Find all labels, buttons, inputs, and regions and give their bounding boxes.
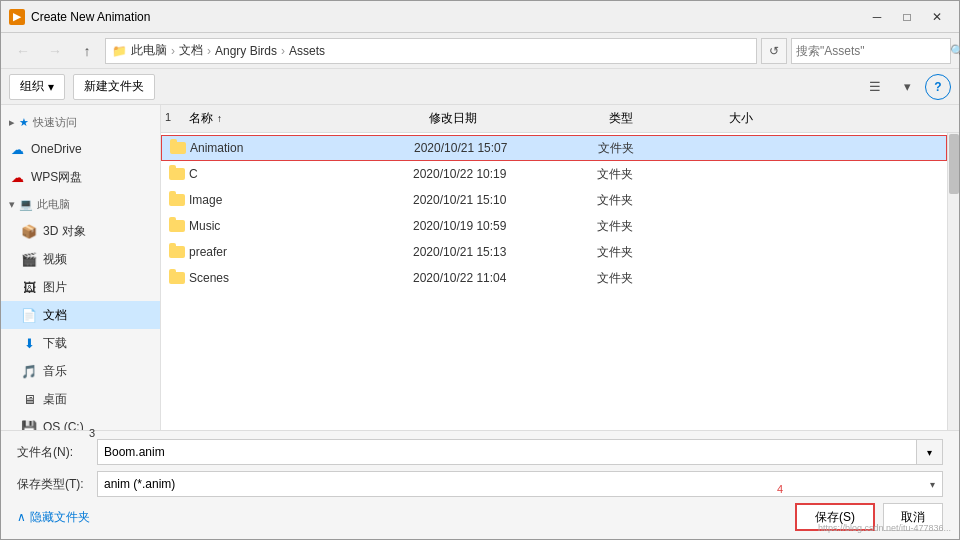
sidebar-item-downloads[interactable]: ⬇ 下载	[1, 329, 160, 357]
onedrive-label: OneDrive	[31, 142, 82, 156]
objects-icon: 📦	[21, 224, 37, 238]
toolbar: 组织 ▾ 新建文件夹 ☰ ▾ ?	[1, 69, 959, 105]
main-content: ▸ ★ 快速访问 ☁ OneDrive ☁ WPS网盘 ▾ 💻 此电脑 📦 3D…	[1, 105, 959, 430]
music-label: 音乐	[43, 363, 67, 380]
folder-icon	[169, 219, 185, 233]
address-part-docs: 文档	[179, 42, 203, 59]
help-button[interactable]: ?	[925, 74, 951, 100]
file-row[interactable]: Music 2020/10/19 10:59 文件夹	[161, 213, 947, 239]
pc-label: 此电脑	[37, 197, 70, 212]
drive-icon: 💾	[21, 420, 37, 430]
navigation-bar: ← → ↑ 📁 此电脑 › 文档 › Angry Birds › Assets …	[1, 33, 959, 69]
file-row[interactable]: Image 2020/10/21 15:10 文件夹	[161, 187, 947, 213]
col-name-header[interactable]: 名称 ↑	[189, 110, 429, 127]
sidebar-section-pc[interactable]: ▾ 💻 此电脑	[1, 191, 160, 217]
folder-icon	[170, 141, 186, 155]
file-name-1: C	[189, 167, 409, 181]
view-dropdown-button[interactable]: ▾	[893, 74, 921, 100]
folder-icon	[169, 167, 185, 181]
scrollbar[interactable]	[947, 133, 959, 430]
images-icon: 🖼	[21, 280, 37, 294]
sidebar-item-music[interactable]: 🎵 音乐	[1, 357, 160, 385]
chevron-down-icon: ∧	[17, 510, 26, 524]
sidebar-item-docs[interactable]: 📄 文档	[1, 301, 160, 329]
sidebar-item-onedrive[interactable]: ☁ OneDrive	[1, 135, 160, 163]
action-row: ∧ 隐藏文件夹 4 保存(S) 取消	[17, 503, 943, 531]
num3-badge: 3	[89, 427, 95, 439]
sidebar-item-video[interactable]: 🎬 视频	[1, 245, 160, 273]
file-name-4: preafer	[189, 245, 409, 259]
filename-label: 文件名(N):	[17, 444, 97, 461]
hidden-files-toggle[interactable]: ∧ 隐藏文件夹	[17, 509, 90, 526]
file-row[interactable]: C 2020/10/22 10:19 文件夹	[161, 161, 947, 187]
docs-label: 文档	[43, 307, 67, 324]
window-controls: ─ □ ✕	[863, 7, 951, 27]
new-folder-button[interactable]: 新建文件夹	[73, 74, 155, 100]
file-name-2: Image	[189, 193, 409, 207]
expand-icon: ▸	[9, 116, 15, 129]
filetype-label: 保存类型(T):	[17, 476, 97, 493]
col-number-badge: 1	[165, 111, 171, 123]
address-part-pc: 此电脑	[131, 42, 167, 59]
objects-label: 3D 对象	[43, 223, 86, 240]
window-title: Create New Animation	[31, 10, 863, 24]
file-row[interactable]: preafer 2020/10/21 15:13 文件夹	[161, 239, 947, 265]
up-button[interactable]: ↑	[73, 38, 101, 64]
refresh-button[interactable]: ↺	[761, 38, 787, 64]
sidebar-item-drive[interactable]: 💾 OS (C:)	[1, 413, 160, 430]
maximize-button[interactable]: □	[893, 7, 921, 27]
organize-button[interactable]: 组织 ▾	[9, 74, 65, 100]
file-date-3: 2020/10/19 10:59	[413, 219, 593, 233]
filetype-select[interactable]: anim (*.anim)	[97, 471, 943, 497]
minimize-button[interactable]: ─	[863, 7, 891, 27]
organize-arrow-icon: ▾	[48, 80, 54, 94]
address-part-game: Angry Birds	[215, 44, 277, 58]
watermark: https://blog.csdn.net/itu-477836...	[818, 523, 951, 533]
desktop-label: 桌面	[43, 391, 67, 408]
title-bar: ▶ Create New Animation ─ □ ✕	[1, 1, 959, 33]
bottom-area: 文件名(N): ▾ 3 保存类型(T): anim (*.anim) ∧ 隐藏文…	[1, 430, 959, 539]
docs-icon: 📄	[21, 308, 37, 322]
col-size-header[interactable]: 大小	[729, 110, 951, 127]
file-row[interactable]: Animation 2020/10/21 15:07 文件夹 2	[161, 135, 947, 161]
sidebar-item-3d[interactable]: 📦 3D 对象	[1, 217, 160, 245]
file-type-5: 文件夹	[597, 270, 717, 287]
forward-button[interactable]: →	[41, 38, 69, 64]
sidebar-item-desktop[interactable]: 🖥 桌面	[1, 385, 160, 413]
file-date-1: 2020/10/22 10:19	[413, 167, 593, 181]
file-row[interactable]: Scenes 2020/10/22 11:04 文件夹	[161, 265, 947, 291]
folder-icon	[169, 245, 185, 259]
sidebar-item-images[interactable]: 🖼 图片	[1, 273, 160, 301]
search-input[interactable]	[792, 44, 950, 58]
filename-input[interactable]	[97, 439, 917, 465]
num4-badge: 4	[777, 483, 783, 495]
address-bar[interactable]: 📁 此电脑 › 文档 › Angry Birds › Assets	[105, 38, 757, 64]
column-header: 1 名称 ↑ 修改日期 类型 大小	[161, 105, 959, 133]
view-button[interactable]: ☰	[861, 74, 889, 100]
file-type-2: 文件夹	[597, 192, 717, 209]
sidebar-section-quick-access[interactable]: ▸ ★ 快速访问	[1, 109, 160, 135]
sidebar: ▸ ★ 快速访问 ☁ OneDrive ☁ WPS网盘 ▾ 💻 此电脑 📦 3D…	[1, 105, 161, 430]
dialog-window: ▶ Create New Animation ─ □ ✕ ← → ↑ 📁 此电脑…	[0, 0, 960, 540]
filename-dropdown-button[interactable]: ▾	[917, 439, 943, 465]
search-box[interactable]: 🔍	[791, 38, 951, 64]
col-type-header[interactable]: 类型	[609, 110, 729, 127]
sidebar-item-wps[interactable]: ☁ WPS网盘	[1, 163, 160, 191]
file-name-0: Animation	[190, 141, 410, 155]
folder-icon	[169, 193, 185, 207]
address-folder-icon: 📁	[112, 44, 127, 58]
close-button[interactable]: ✕	[923, 7, 951, 27]
search-icon: 🔍	[950, 44, 960, 58]
scrollbar-thumb[interactable]	[949, 134, 959, 194]
address-part-assets: Assets	[289, 44, 325, 58]
video-icon: 🎬	[21, 252, 37, 266]
toolbar-right: ☰ ▾ ?	[861, 74, 951, 100]
video-label: 视频	[43, 251, 67, 268]
filename-input-wrap: ▾	[97, 439, 943, 465]
back-button[interactable]: ←	[9, 38, 37, 64]
file-type-4: 文件夹	[597, 244, 717, 261]
file-list: Animation 2020/10/21 15:07 文件夹 2 C 2020/…	[161, 133, 947, 430]
organize-label: 组织	[20, 78, 44, 95]
file-date-2: 2020/10/21 15:10	[413, 193, 593, 207]
col-date-header[interactable]: 修改日期	[429, 110, 609, 127]
